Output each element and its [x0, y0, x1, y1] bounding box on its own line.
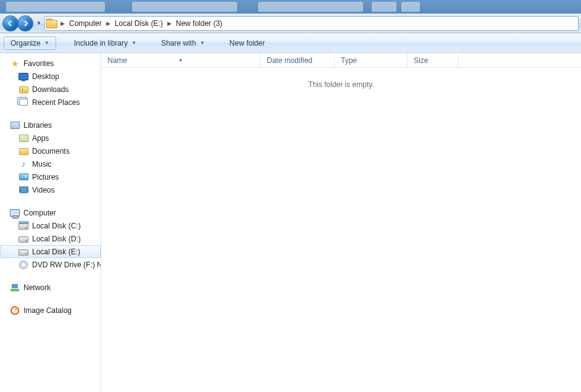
sidebar-item-label: Videos [32, 186, 54, 194]
column-headers: Name ▲ Date modified Type Size [101, 53, 581, 68]
caret-down-icon: ▼ [200, 40, 205, 46]
sidebar-item-desktop[interactable]: Desktop [0, 70, 101, 83]
apps-icon [19, 135, 28, 142]
window-titlebar [0, 0, 581, 14]
sidebar-item-label: Local Disk (C:) [32, 222, 81, 230]
arrow-left-icon [7, 20, 14, 27]
favorites-header[interactable]: ★ Favorites [0, 57, 101, 70]
column-header-name[interactable]: Name ▲ [101, 53, 261, 68]
network-icon [10, 284, 19, 291]
breadcrumb-item-drive[interactable]: Local Disk (E:) [112, 17, 165, 30]
music-icon: ♪ [19, 159, 28, 169]
column-label: Name [107, 56, 127, 65]
new-folder-button[interactable]: New folder [223, 36, 272, 50]
star-icon: ★ [10, 59, 20, 69]
sidebar-item-label: Local Disk (D:) [32, 235, 81, 243]
sidebar-item-label: Recent Places [32, 98, 80, 107]
dvd-icon [19, 261, 28, 269]
arrow-right-icon [22, 20, 29, 27]
column-header-date-modified[interactable]: Date modified [261, 53, 335, 68]
main-area: ★ Favorites Desktop Downloads Recent Pla… [0, 53, 581, 392]
sidebar-item-label: Desktop [32, 72, 59, 81]
sidebar-item-label: Downloads [32, 85, 69, 94]
new-folder-label: New folder [230, 39, 265, 48]
downloads-icon [19, 86, 28, 93]
include-library-label: Include in library [74, 39, 128, 48]
sidebar-item-music[interactable]: ♪ Music [0, 157, 101, 170]
computer-group: Computer Local Disk (C:) Local Disk (D:)… [0, 206, 101, 271]
sidebar-item-local-disk-c[interactable]: Local Disk (C:) [0, 219, 101, 232]
favorites-group: ★ Favorites Desktop Downloads Recent Pla… [0, 57, 101, 109]
browser-tab[interactable] [6, 2, 105, 12]
sidebar-item-videos[interactable]: Videos [0, 183, 101, 196]
empty-folder-message: This folder is empty. [101, 68, 581, 89]
sidebar-item-label: Pictures [32, 173, 59, 181]
sidebar-item-downloads[interactable]: Downloads [0, 83, 101, 96]
disk-icon [19, 249, 28, 256]
sidebar-item-recent-places[interactable]: Recent Places [0, 96, 101, 109]
libraries-icon [10, 122, 20, 129]
folder-icon [46, 19, 57, 28]
column-label: Type [341, 56, 357, 65]
sidebar-item-apps[interactable]: Apps [0, 131, 101, 144]
organize-button[interactable]: Organize ▼ [4, 36, 56, 50]
browser-tab[interactable] [401, 2, 420, 12]
catalog-group: Image Catalog [0, 304, 101, 317]
documents-icon [19, 148, 28, 155]
sidebar-item-local-disk-d[interactable]: Local Disk (D:) [0, 232, 101, 245]
forward-button[interactable] [17, 15, 33, 31]
breadcrumb-item-computer[interactable]: Computer [67, 17, 104, 30]
computer-header[interactable]: Computer [0, 206, 101, 219]
address-bar: ▼ ▶ Computer ▶ Local Disk (E:) ▶ New fol… [0, 14, 581, 33]
command-bar: Organize ▼ Include in library ▼ Share wi… [0, 33, 581, 53]
image-catalog-header[interactable]: Image Catalog [0, 304, 101, 317]
history-dropdown[interactable]: ▼ [35, 18, 43, 29]
column-label: Date modified [267, 56, 312, 65]
breadcrumb[interactable]: ▶ Computer ▶ Local Disk (E:) ▶ New folde… [44, 16, 579, 31]
browser-tab[interactable] [372, 2, 396, 12]
sidebar-item-label: Local Disk (E:) [32, 248, 80, 256]
caret-down-icon: ▼ [44, 40, 49, 46]
include-in-library-button[interactable]: Include in library ▼ [67, 36, 143, 50]
browser-tab[interactable] [258, 2, 363, 12]
videos-icon [19, 186, 28, 193]
catalog-icon [10, 306, 19, 315]
network-header[interactable]: Network [0, 281, 101, 294]
disk-icon [19, 223, 28, 230]
sidebar-item-documents[interactable]: Documents [0, 144, 101, 157]
sidebar-item-label: Documents [32, 147, 70, 156]
sidebar-item-label: Music [32, 160, 51, 169]
catalog-label: Image Catalog [23, 306, 72, 315]
share-with-button[interactable]: Share with ▼ [154, 36, 212, 50]
chevron-right-icon[interactable]: ▶ [165, 20, 173, 27]
sidebar-item-label: Apps [32, 134, 49, 143]
browser-tab[interactable] [132, 2, 237, 12]
libraries-label: Libraries [23, 121, 52, 130]
sidebar-item-dvd-drive[interactable]: DVD RW Drive (F:) N [0, 258, 101, 271]
organize-label: Organize [10, 39, 41, 48]
desktop-icon [19, 73, 28, 80]
chevron-right-icon[interactable]: ▶ [59, 20, 67, 27]
computer-label: Computer [23, 209, 56, 217]
column-header-size[interactable]: Size [408, 53, 458, 68]
column-header-type[interactable]: Type [335, 53, 408, 68]
favorites-label: Favorites [23, 59, 54, 68]
sidebar-item-pictures[interactable]: Pictures [0, 170, 101, 183]
libraries-header[interactable]: Libraries [0, 119, 101, 131]
sidebar-item-local-disk-e[interactable]: Local Disk (E:) [0, 245, 101, 258]
pictures-icon [19, 173, 28, 180]
recent-places-icon [19, 99, 28, 106]
libraries-group: Libraries Apps Documents ♪ Music Picture… [0, 119, 101, 196]
file-list-pane: Name ▲ Date modified Type Size This fold… [101, 53, 581, 392]
caret-down-icon: ▼ [132, 40, 136, 46]
network-group: Network [0, 281, 101, 294]
chevron-right-icon[interactable]: ▶ [104, 20, 112, 27]
network-label: Network [23, 283, 51, 292]
back-button[interactable] [2, 15, 19, 31]
breadcrumb-item-folder[interactable]: New folder (3) [173, 17, 225, 30]
navigation-pane: ★ Favorites Desktop Downloads Recent Pla… [0, 53, 101, 392]
sort-ascending-icon: ▲ [178, 52, 183, 67]
share-with-label: Share with [161, 39, 196, 48]
computer-icon [10, 209, 20, 217]
sidebar-item-label: DVD RW Drive (F:) N [32, 261, 101, 269]
